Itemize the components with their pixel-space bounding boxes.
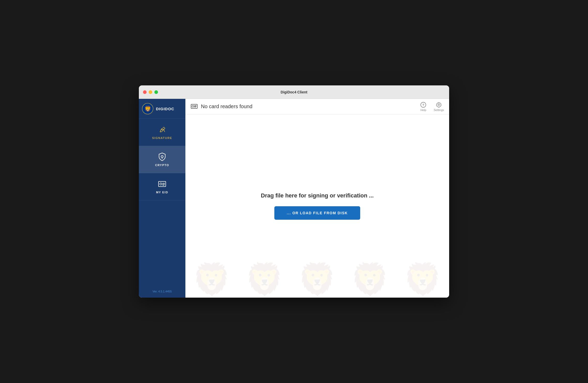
settings-button[interactable]: Settings xyxy=(434,102,444,112)
content-header: No card readers found ? Help xyxy=(185,99,449,114)
load-file-button[interactable]: ... OR LOAD FILE FROM DISK xyxy=(274,206,360,220)
sidebar-nav: SIGNATURE CRYPTO xyxy=(139,119,185,285)
titlebar: DigiDoc4 Client xyxy=(139,85,449,99)
content-main: Drag file here for signing or verificati… xyxy=(185,114,449,298)
content-area: No card readers found ? Help xyxy=(185,99,449,298)
watermark-icon-4: 🦁 xyxy=(351,261,389,298)
svg-point-10 xyxy=(192,105,194,107)
svg-point-16 xyxy=(438,104,440,106)
help-button[interactable]: ? Help xyxy=(420,102,426,112)
sidebar: 🦁 DIGIDOC SIGNATURE xyxy=(139,99,185,298)
svg-text:🦁: 🦁 xyxy=(144,105,152,112)
header-right: ? Help Settings xyxy=(420,102,444,112)
window-title: DigiDoc4 Client xyxy=(281,90,307,94)
sidebar-version: Ver. 4.5.1.4455 xyxy=(139,285,185,298)
header-left: No card readers found xyxy=(191,103,252,110)
maximize-button[interactable] xyxy=(154,90,158,94)
svg-point-2 xyxy=(161,156,163,158)
myeid-icon xyxy=(157,179,167,189)
sidebar-item-label-signature: SIGNATURE xyxy=(152,136,172,139)
settings-label: Settings xyxy=(434,108,444,112)
watermark-background: 🦁 🦁 🦁 🦁 🦁 xyxy=(185,220,449,298)
svg-text:?: ? xyxy=(422,103,424,107)
watermark-icon-5: 🦁 xyxy=(403,261,442,298)
estonia-crest-icon: 🦁 xyxy=(142,103,153,114)
sidebar-item-myeid[interactable]: My eID xyxy=(139,173,185,200)
svg-point-5 xyxy=(160,183,162,185)
sidebar-item-signature[interactable]: SIGNATURE xyxy=(139,119,185,146)
minimize-button[interactable] xyxy=(149,90,152,94)
close-button[interactable] xyxy=(143,90,147,94)
header-status-text: No card readers found xyxy=(201,104,252,109)
app-body: 🦁 DIGIDOC SIGNATURE xyxy=(139,99,449,298)
watermark-icon-1: 🦁 xyxy=(192,261,231,298)
sidebar-item-label-myeid: My eID xyxy=(156,191,168,194)
card-reader-icon xyxy=(191,103,198,110)
help-icon: ? xyxy=(420,102,426,108)
sidebar-header: 🦁 DIGIDOC xyxy=(139,99,185,119)
watermark-icon-2: 🦁 xyxy=(245,261,284,298)
app-window: DigiDoc4 Client 🦁 DIGIDOC xyxy=(139,85,449,298)
help-label: Help xyxy=(420,108,426,112)
watermark-icon-3: 🦁 xyxy=(298,261,337,298)
sidebar-item-label-crypto: CRYPTO xyxy=(155,164,169,167)
signature-icon xyxy=(157,125,167,134)
sidebar-item-crypto[interactable]: CRYPTO xyxy=(139,146,185,173)
sidebar-brand-label: DIGIDOC xyxy=(156,107,174,111)
version-link[interactable]: Ver. 4.5.1.4455 xyxy=(153,290,172,293)
settings-icon xyxy=(436,102,442,108)
drag-drop-text: Drag file here for signing or verificati… xyxy=(261,192,374,199)
traffic-lights xyxy=(143,90,158,94)
crypto-shield-icon xyxy=(157,152,167,161)
